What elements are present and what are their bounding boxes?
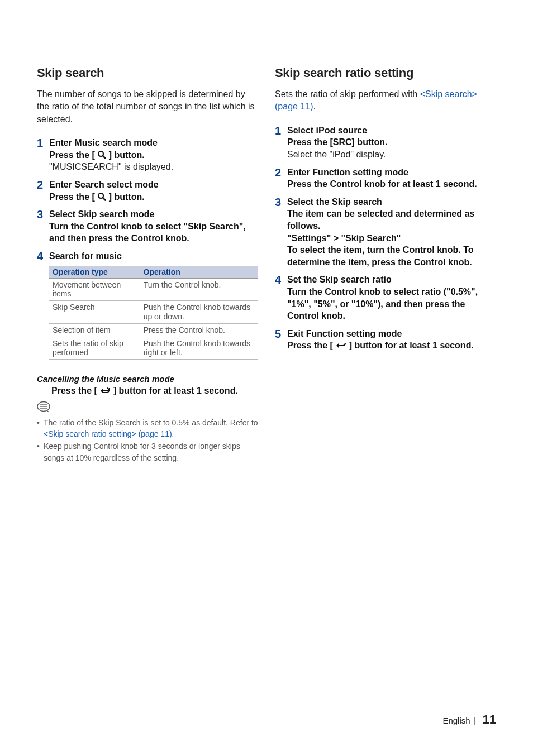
page-footer: English|11 — [442, 712, 496, 727]
table-cell: Press the Control knob. — [140, 323, 258, 337]
notes-list: The ratio of the Skip Search is set to 0… — [37, 417, 258, 463]
step-1: 1 Enter Music search mode Press the [ ] … — [37, 137, 258, 173]
step-bold-prefix: Press the [ — [49, 150, 97, 160]
list-item: Keep pushing Control knob for 3 seconds … — [37, 441, 258, 463]
table-cell: Selection of item — [49, 323, 140, 337]
step-title: Enter Music search mode — [49, 137, 258, 149]
step-bold-prefix: Press the [ — [287, 341, 335, 350]
step-instruction: Press the Control knob for at least 1 se… — [287, 178, 496, 190]
step-instruction: "Settings" > "Skip Search" — [287, 232, 496, 245]
step-number: 2 — [37, 179, 47, 203]
footer-separator: | — [474, 716, 476, 725]
step-instruction: Press the [ ] button. — [49, 191, 258, 203]
table-cell: Skip Search — [49, 301, 140, 324]
back-icon — [335, 341, 346, 350]
table-header: Operation — [140, 266, 258, 279]
table-header: Operation type — [49, 266, 140, 279]
step-3: 3 Select Skip search mode Turn the Contr… — [37, 208, 258, 245]
step-title: Select iPod source — [287, 125, 496, 137]
step-title: Set the Skip search ratio — [287, 274, 496, 286]
step-4: 4 Search for music Operation type Operat… — [37, 250, 258, 369]
step-2: 2 Enter Search select mode Press the [ ]… — [37, 179, 258, 203]
step-number: 5 — [275, 328, 285, 352]
step-bold-suffix: ] button for at least 1 second. — [346, 341, 474, 350]
note-icon — [37, 401, 51, 415]
step-title: Enter Search select mode — [49, 179, 258, 191]
step-body: Enter Music search mode Press the [ ] bu… — [47, 137, 258, 173]
rstep-5: 5 Exit Function setting mode Press the [… — [275, 328, 496, 352]
step-number: 1 — [275, 125, 285, 161]
step-body: Select Skip search mode Turn the Control… — [47, 208, 258, 245]
step-title: Select the Skip search — [287, 196, 496, 208]
list-item: The ratio of the Skip Search is set to 0… — [37, 417, 258, 440]
rstep-1: 1 Select iPod source Press the [SRC] but… — [275, 125, 496, 161]
operation-table: Operation type Operation Movement betwee… — [49, 266, 258, 360]
step-body: Enter Search select mode Press the [ ] b… — [47, 179, 258, 203]
table-row: Movement between items Turn the Control … — [49, 278, 258, 301]
step-title: Search for music — [49, 250, 258, 262]
step-title: Exit Function setting mode — [287, 328, 496, 340]
step-number: 4 — [275, 274, 285, 322]
step-number: 3 — [37, 208, 47, 245]
table-row: Skip Search Push the Control knob toward… — [49, 301, 258, 324]
search-icon — [97, 192, 106, 201]
rstep-4: 4 Set the Skip search ratio Turn the Con… — [275, 274, 496, 322]
right-column: Skip search ratio setting Sets the ratio… — [275, 66, 496, 465]
svg-line-3 — [103, 198, 106, 200]
intro-post: . — [313, 102, 316, 111]
step-instruction: Turn the Control knob to select "Skip Se… — [49, 221, 258, 245]
step-bold-suffix: ] button. — [106, 192, 144, 202]
cancel-block: Cancelling the Music search mode Press t… — [37, 374, 258, 397]
step-number: 3 — [275, 196, 285, 269]
note-link: <Skip search ratio setting> (page 11) — [44, 429, 172, 438]
step-title: Enter Function setting mode — [287, 166, 496, 179]
table-cell: Push the Control knob towards right or l… — [140, 337, 258, 360]
step-body: Set the Skip search ratio Turn the Contr… — [285, 274, 496, 322]
step-body: Search for music Operation type Operatio… — [47, 250, 258, 369]
step-instruction: Press the [ ] button for at least 1 seco… — [287, 339, 496, 352]
cancel-prefix: Press the [ — [51, 386, 99, 395]
note-pre: Keep pushing Control knob for 3 seconds … — [44, 442, 240, 462]
step-normal: "MUSICSEARCH" is displayed. — [49, 161, 258, 173]
step-body: Select iPod source Press the [SRC] butto… — [285, 125, 496, 161]
right-heading: Skip search ratio setting — [275, 66, 496, 80]
footer-lang: English — [442, 716, 470, 725]
step-instruction: The item can be selected and determined … — [287, 208, 496, 232]
table-cell: Turn the Control knob. — [140, 278, 258, 301]
note-post: . — [172, 429, 174, 438]
table-row: Selection of item Press the Control knob… — [49, 323, 258, 337]
step-instruction: Press the [ ] button. — [49, 149, 258, 161]
table-row: Sets the ratio of skip performed Push th… — [49, 337, 258, 360]
left-intro: The number of songs to be skipped is det… — [37, 88, 258, 126]
step-body: Enter Function setting mode Press the Co… — [285, 166, 496, 190]
step-number: 2 — [275, 166, 285, 190]
page-number: 11 — [483, 712, 496, 726]
table-cell: Movement between items — [49, 278, 140, 301]
rstep-2: 2 Enter Function setting mode Press the … — [275, 166, 496, 190]
left-heading: Skip search — [37, 66, 258, 80]
step-number: 1 — [37, 137, 47, 173]
step-normal: Select the "iPod" display. — [287, 149, 496, 161]
search-icon — [97, 150, 106, 159]
note-pre: The ratio of the Skip Search is set to 0… — [44, 418, 258, 427]
svg-line-1 — [103, 156, 106, 159]
step-instruction: Turn the Control knob to select ratio ("… — [287, 286, 496, 322]
left-column: Skip search The number of songs to be sk… — [37, 66, 258, 465]
back-icon — [99, 386, 111, 395]
cancel-suffix: ] button for at least 1 second. — [111, 386, 238, 395]
step-body: Exit Function setting mode Press the [ ]… — [285, 328, 496, 352]
step-instruction: To select the item, turn the Control kno… — [287, 244, 496, 268]
intro-pre: Sets the ratio of skip performed with — [275, 89, 420, 99]
page-content: Skip search The number of songs to be sk… — [0, 0, 533, 465]
cancel-body: Press the [ ] button for at least 1 seco… — [37, 385, 258, 397]
cancel-title: Cancelling the Music search mode — [37, 374, 258, 384]
step-number: 4 — [37, 250, 47, 369]
rstep-3: 3 Select the Skip search The item can be… — [275, 196, 496, 269]
right-intro: Sets the ratio of skip performed with <S… — [275, 88, 496, 113]
step-instruction: Press the [SRC] button. — [287, 136, 496, 149]
table-cell: Sets the ratio of skip performed — [49, 337, 140, 360]
table-cell: Push the Control knob towards up or down… — [140, 301, 258, 324]
step-bold-suffix: ] button. — [106, 150, 144, 160]
step-bold-prefix: Press the [ — [49, 192, 97, 202]
step-title: Select Skip search mode — [49, 208, 258, 221]
